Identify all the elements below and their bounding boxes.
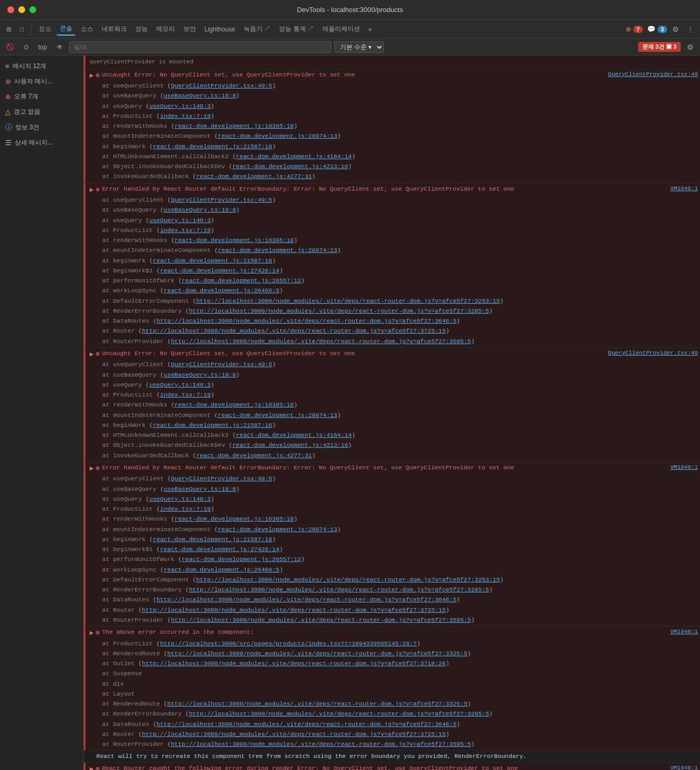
tab-console[interactable]: 콘솔	[57, 23, 75, 36]
eye-button[interactable]: 👁	[53, 42, 66, 52]
stack-line: at Layout	[102, 689, 698, 699]
issues-badge[interactable]: 문제 3건 ▣ 3	[638, 42, 681, 52]
stack-line: at ProductList (index.tsx:7:19)	[102, 504, 698, 514]
verbose-icon: ☰	[5, 139, 12, 147]
stack-line: at workLoopSync (react-dom.development.j…	[102, 285, 698, 295]
tab-perf-stats[interactable]: 성능 통계 ↗	[276, 23, 317, 35]
sidebar-item-messages[interactable]: ≡ 메시지 12개	[0, 59, 83, 74]
stack-line: at useBaseQuery (useBaseQuery.ts:18:8)	[102, 91, 698, 101]
stack-line: at RenderedRoute (http://localhost:3000/…	[102, 699, 698, 709]
maximize-button[interactable]	[29, 6, 36, 13]
tab-elements[interactable]: 요소	[36, 23, 54, 35]
error-expand-1[interactable]: ▶	[90, 71, 94, 81]
more-tabs-button[interactable]: »	[365, 24, 375, 35]
stack-line: at HTMLUnknownElement.callCallback2 (rea…	[102, 151, 698, 161]
errors-icon: ⊗	[5, 93, 11, 101]
console-entry-0: queryClientProvider is mounted	[84, 56, 700, 69]
source-ref-5[interactable]: VM1940:1	[670, 628, 698, 636]
console-entry-3: ▶ ⊗ Uncaught Error: No QueryClient set, …	[84, 348, 700, 462]
console-mode-button[interactable]: ⊙	[20, 42, 32, 52]
messages-icon: ≡	[5, 62, 9, 70]
tab-network[interactable]: 네트워크	[99, 23, 130, 35]
error-expand-7[interactable]: ▶	[90, 764, 94, 771]
tab-recorder[interactable]: 녹음기 ↗	[240, 23, 274, 35]
sidebar-label-errors: 오류 7개	[14, 92, 38, 101]
minimize-button[interactable]	[18, 6, 25, 13]
stack-line: at beginWork$1 (react-dom.development.js…	[102, 266, 698, 276]
error-expand-3[interactable]: ▶	[90, 349, 94, 360]
stack-line: at useBaseQuery (useBaseQuery.ts:18:8)	[102, 370, 698, 380]
error-badge: ⊗ 7	[626, 25, 643, 33]
stack-line: at RouterProvider (http://localhost:3000…	[102, 336, 698, 346]
stack-line: at invokeGuardedCallback (react-dom.deve…	[102, 450, 698, 460]
stack-line: at useBaseQuery (useBaseQuery.ts:18:8)	[102, 205, 698, 215]
stack-line: at DefaultErrorComponent (http://localho…	[102, 575, 698, 585]
stack-line: at beginWork (react-dom.development.js:2…	[102, 256, 698, 266]
log-level-select[interactable]: 기본 수준 ▾	[334, 41, 384, 53]
stack-trace-3: at useQueryClient (QueryClientProvider.t…	[90, 359, 698, 460]
stack-trace-4: at useQueryClient (QueryClientProvider.t…	[90, 474, 698, 625]
source-ref-2[interactable]: VM1940:1	[670, 184, 698, 193]
source-ref-1[interactable]: QueryClientProvider.tsx:49	[608, 70, 698, 79]
sidebar-label-info: 정보 3건	[15, 123, 39, 132]
stack-line: at RouterProvider (http://localhost:3000…	[102, 739, 698, 749]
sidebar-item-info[interactable]: ⓘ 정보 3건	[0, 119, 83, 135]
sidebar-item-errors[interactable]: ⊗ 오류 7개	[0, 89, 83, 104]
more-options-button[interactable]: ⋮	[684, 24, 697, 35]
console-settings-button[interactable]: ⚙	[684, 41, 697, 53]
console-entry-5: ▶ ⊗ The above error occurred in the comp…	[84, 626, 700, 751]
error-message-1: Uncaught Error: No QueryClient set, use …	[102, 71, 355, 78]
stack-line: at RenderedRoute (http://localhost:3000/…	[102, 648, 698, 658]
stack-line: at ProductList (index.tsx:7:19)	[102, 111, 698, 121]
stack-line: at RenderErrorBoundary (http://localhost…	[102, 585, 698, 595]
normal-message-6: React will try to recreate this componen…	[96, 753, 527, 760]
warning-badge: 💬 3	[647, 25, 667, 33]
window-controls[interactable]	[7, 6, 36, 13]
devtools-toolbar: ⊞ □ 요소 콘솔 소스 네트워크 성능 메모리 보안 Lighthouse 녹…	[0, 20, 700, 39]
error-message-5: The above error occurred in the componen…	[102, 629, 254, 635]
stack-line: at Object.invokeGuardedCallbackDev (reac…	[102, 440, 698, 450]
filter-input[interactable]	[69, 41, 331, 53]
error-symbol-1: ⊗	[96, 71, 100, 81]
source-ref-4[interactable]: VM1940:1	[670, 463, 698, 472]
stack-line: at beginWork (react-dom.development.js:2…	[102, 534, 698, 544]
tab-memory[interactable]: 메모리	[153, 23, 178, 35]
sidebar-item-user-messages[interactable]: ⊗ 사용자 메시...	[0, 74, 83, 89]
console-output: queryClientProvider is mounted ▶ ⊗ Uncau…	[84, 56, 700, 770]
panel-toggle-button[interactable]: □	[17, 24, 27, 35]
clear-console-button[interactable]: 🚫	[3, 42, 17, 52]
sidebar-item-verbose[interactable]: ☰ 상세 메시지...	[0, 135, 83, 150]
error-message-4: Error handled by React Router default Er…	[102, 464, 515, 471]
stack-line: at beginWork (react-dom.development.js:2…	[102, 141, 698, 151]
stack-line: at renderWithHooks (react-dom.developmen…	[102, 235, 698, 245]
console-entry-4: ▶ ⊗ Error handled by React Router defaul…	[84, 462, 700, 626]
error-message-2: Error handled by React Router default Er…	[102, 185, 515, 192]
stack-line: at useQueryClient (QueryClientProvider.t…	[102, 195, 698, 205]
stack-line: at workLoopSync (react-dom.development.j…	[102, 565, 698, 575]
error-expand-5[interactable]: ▶	[90, 628, 94, 639]
context-select[interactable]: top	[35, 42, 50, 52]
stack-line: at Suspense	[102, 668, 698, 678]
settings-button[interactable]: ⚙	[669, 24, 682, 35]
stack-line: at Object.invokeGuardedCallbackDev (reac…	[102, 161, 698, 171]
close-button[interactable]	[7, 6, 14, 13]
layout-toggle-button[interactable]: ⊞	[3, 24, 15, 35]
error-message-3: Uncaught Error: No QueryClient set, use …	[102, 350, 355, 357]
tab-sources[interactable]: 소스	[78, 23, 96, 35]
sidebar-item-warnings[interactable]: △ 경고 없음	[0, 104, 83, 119]
source-ref-3[interactable]: QueryClientProvider.tsx:49	[608, 349, 698, 358]
stack-line: at ProductList (index.tsx:7:19)	[102, 225, 698, 235]
sidebar-label-user-messages: 사용자 메시...	[14, 77, 52, 86]
source-ref-7[interactable]: VM1940:1	[670, 764, 698, 771]
stack-line: at DataRoutes (http://localhost:3000/nod…	[102, 719, 698, 729]
error-expand-2[interactable]: ▶	[90, 185, 94, 195]
tab-performance[interactable]: 성능	[132, 23, 151, 35]
tab-security[interactable]: 보안	[180, 23, 199, 35]
error-symbol-5: ⊗	[96, 628, 100, 639]
tab-lighthouse[interactable]: Lighthouse	[201, 24, 238, 35]
error-expand-4[interactable]: ▶	[90, 464, 94, 474]
stack-line: at renderWithHooks (react-dom.developmen…	[102, 514, 698, 524]
tab-application[interactable]: 애플리케이션	[319, 23, 363, 35]
error-symbol-7: ⊗	[96, 764, 100, 771]
info-icon: ⓘ	[5, 123, 12, 132]
